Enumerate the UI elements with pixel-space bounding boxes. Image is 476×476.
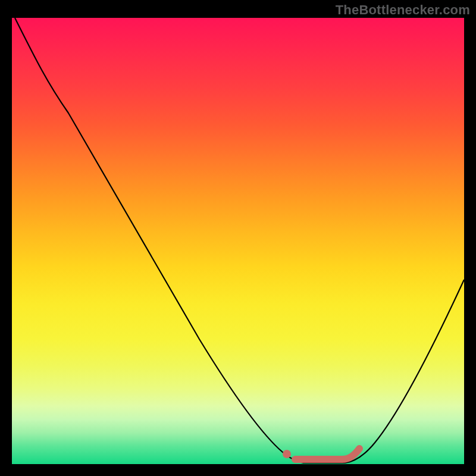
bottleneck-curve	[15, 18, 464, 463]
chart-overlay	[12, 18, 464, 464]
chart-frame: TheBottlenecker.com	[0, 0, 476, 476]
optimal-range-start-dot	[283, 450, 291, 458]
attribution-text: TheBottlenecker.com	[336, 2, 470, 18]
optimal-range-marker	[295, 449, 359, 459]
